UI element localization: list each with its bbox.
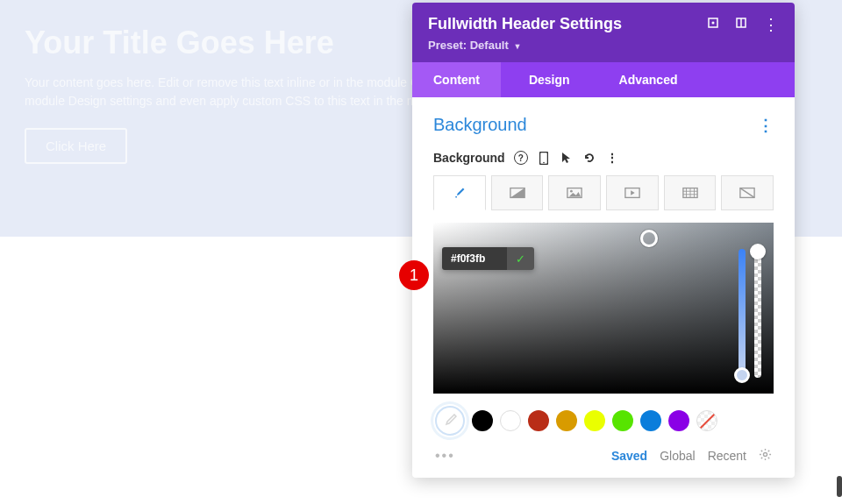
bg-tab-video[interactable] [606,175,659,210]
swatch-amber[interactable] [556,410,577,431]
color-picker-canvas[interactable]: ✓ [433,223,774,394]
hex-input-group: ✓ [442,247,534,270]
svg-line-22 [761,451,762,451]
color-swatches [433,406,774,436]
panel-title: Fullwidth Header Settings [428,15,622,33]
background-option-row: Background ? ⋮ [433,151,774,165]
swatch-yellow[interactable] [584,410,605,431]
swatch-footer: ••• Saved Global Recent [433,444,774,469]
swatch-blue[interactable] [640,410,661,431]
expand-icon[interactable] [707,17,719,32]
swatch-purple[interactable] [668,410,689,431]
svg-line-24 [761,458,762,458]
svg-point-17 [763,452,767,456]
more-dots-icon[interactable]: ••• [435,448,455,464]
panel-header: Fullwidth Header Settings ⋮ Preset: Defa… [412,3,795,62]
scrollbar-indicator[interactable] [837,476,842,497]
swatch-green[interactable] [612,410,633,431]
bg-tab-pattern[interactable] [664,175,717,210]
alpha-slider-handle[interactable] [750,244,766,259]
gear-icon[interactable] [759,448,772,464]
alpha-slider[interactable] [754,249,761,378]
bg-tab-color[interactable] [433,175,486,210]
svg-point-8 [570,190,573,193]
phone-icon[interactable] [537,151,551,165]
hue-slider-handle[interactable] [734,367,750,383]
color-canvas-handle[interactable] [640,230,658,247]
cta-button[interactable]: Click Here [25,128,127,164]
hex-input[interactable] [442,247,507,270]
bg-tab-image[interactable] [548,175,601,210]
svg-point-5 [543,161,545,163]
preset-label: Preset: [428,39,467,52]
palette-recent[interactable]: Recent [708,449,746,463]
svg-point-1 [712,22,715,25]
caret-down-icon: ▼ [513,42,521,51]
option-more-icon[interactable]: ⋮ [605,151,619,165]
bg-tab-gradient[interactable] [491,175,544,210]
section-title[interactable]: Background [433,115,527,135]
hue-slider[interactable] [739,249,746,378]
svg-line-23 [768,458,769,458]
swatch-transparent[interactable] [696,410,717,431]
panel-body: Background ⋮ Background ? ⋮ [412,97,795,478]
palette-saved[interactable]: Saved [611,449,647,463]
hex-confirm-button[interactable]: ✓ [507,247,534,270]
preset-selector[interactable]: Preset: Default ▼ [428,39,779,52]
annotation-callout-1: 1 [399,260,429,290]
palette-global[interactable]: Global [660,449,695,463]
more-icon[interactable]: ⋮ [763,17,779,32]
swatch-white[interactable] [500,410,521,431]
swatch-red[interactable] [528,410,549,431]
background-label: Background [433,151,505,165]
bg-tab-mask[interactable] [721,175,774,210]
eyedropper-button[interactable] [435,406,465,436]
preset-value: Default [470,39,509,52]
svg-line-25 [768,451,769,451]
section-more-icon[interactable]: ⋮ [758,116,774,135]
snap-icon[interactable] [735,17,747,32]
tab-content[interactable]: Content [412,62,501,97]
panel-tabs: Content Design Advanced [412,62,795,97]
settings-panel: Fullwidth Header Settings ⋮ Preset: Defa… [412,3,795,478]
swatch-black[interactable] [472,410,493,431]
reset-icon[interactable] [582,151,596,165]
background-type-tabs [433,175,774,210]
tab-design[interactable]: Design [508,62,591,97]
cursor-icon[interactable] [560,151,574,165]
tab-advanced[interactable]: Advanced [598,62,699,97]
help-icon[interactable]: ? [514,151,528,165]
